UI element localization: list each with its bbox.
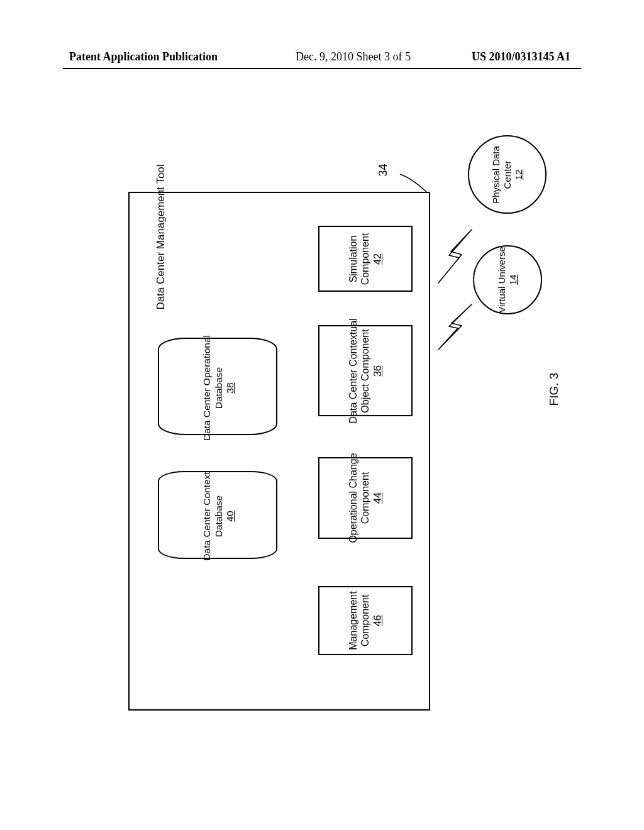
operational-change-component-label: Operational Change Component44: [347, 451, 384, 545]
header-center: Dec. 9, 2010 Sheet 3 of 5: [296, 50, 411, 64]
page-header: Patent Application Publication Dec. 9, 2…: [0, 50, 644, 75]
bolt-icon: [435, 226, 473, 286]
management-component-label: Management Component46: [347, 573, 384, 668]
physical-data-center-node: Physical Data Center12: [468, 135, 547, 214]
simulation-component-box: Simulation Component42: [318, 226, 413, 292]
virtual-universe-label: Virtual Universe14: [492, 242, 523, 318]
ref-34: 34: [377, 163, 390, 176]
figure-3-diagram: 34 Data Center Management Tool Simulatio…: [128, 135, 525, 714]
figure-label: FIG. 3: [547, 373, 561, 406]
management-component-box: Management Component46: [318, 586, 413, 655]
context-database-label: Data Center Context Database40: [200, 463, 238, 570]
operational-database-label: Data Center Operational Database38: [200, 335, 238, 441]
leader-line-34: [399, 173, 428, 193]
header-right: US 2010/0313145 A1: [472, 50, 570, 64]
simulation-component-label: Simulation Component42: [347, 212, 384, 306]
contextual-object-component-label: Data Center Contextual Object Component3…: [347, 318, 384, 424]
virtual-universe-node: Virtual Universe14: [473, 245, 542, 314]
contextual-object-component-box: Data Center Contextual Object Component3…: [318, 325, 413, 416]
operational-database: Data Center Operational Database38: [158, 338, 277, 435]
bolt-icon: [435, 302, 473, 352]
main-box-title: Data Center Management Tool: [142, 193, 180, 281]
physical-data-center-label: Physical Data Center12: [492, 137, 523, 213]
operational-change-component-box: Operational Change Component44: [318, 457, 413, 539]
context-database: Data Center Context Database40: [158, 471, 277, 559]
data-center-management-tool-box: Data Center Management Tool Simulation C…: [128, 192, 430, 711]
header-rule: [63, 68, 581, 69]
header-left: Patent Application Publication: [69, 50, 218, 64]
